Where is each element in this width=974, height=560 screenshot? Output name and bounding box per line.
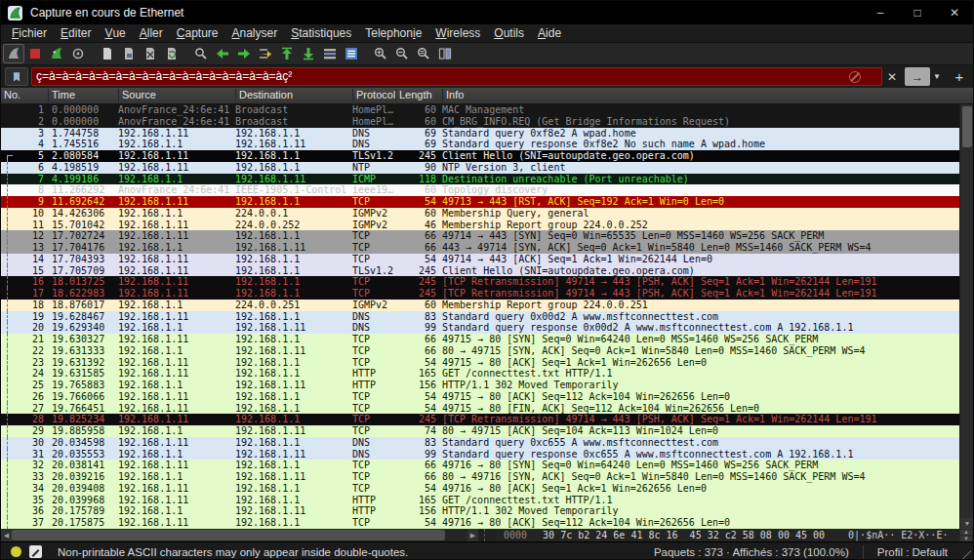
resize-grip[interactable]	[961, 550, 971, 560]
find-packet-icon[interactable]	[190, 44, 212, 63]
scroll-up-icon[interactable]: ▲	[959, 529, 973, 536]
filter-clear-button[interactable]: ✕	[882, 67, 902, 86]
menu-item-analyser[interactable]: Analyser	[225, 24, 285, 42]
packet-row[interactable]: 811.266292AnovFrance_24:6e:41IEEE-1905.1…	[1, 184, 961, 196]
packet-row[interactable]: 911.692642192.168.1.11192.168.1.1TCP5449…	[1, 196, 961, 208]
zoom-reset-icon[interactable]	[413, 44, 434, 63]
packet-row[interactable]: 1217.702724192.168.1.11192.168.1.1TCP664…	[1, 230, 961, 242]
packet-row[interactable]: 2119.630327192.168.1.11192.168.1.1TCP664…	[1, 334, 961, 345]
packet-row[interactable]: 10.000000AnovFrance_24:6e:41BroadcastHom…	[1, 104, 961, 116]
auto-scroll-icon[interactable]	[341, 44, 362, 63]
filter-dropdown-button[interactable]: ▼	[930, 67, 944, 86]
packet-row[interactable]: 2619.766066192.168.1.11192.168.1.1TCP544…	[1, 391, 961, 403]
menu-item-outils[interactable]: Outils	[487, 24, 531, 42]
profile-selector[interactable]: Profil : Default	[877, 546, 948, 558]
packet-row[interactable]: 1818.876017192.168.1.1224.0.0.251IGMPv26…	[1, 300, 961, 311]
packet-row[interactable]: 3520.039968192.168.1.11192.168.1.1HTTP16…	[1, 495, 961, 506]
column-header-destination[interactable]: Destination	[239, 89, 293, 100]
column-header-info[interactable]: Info	[446, 89, 464, 100]
filter-apply-button[interactable]: →	[905, 67, 930, 86]
filter-bookmark-button[interactable]	[5, 67, 28, 86]
go-back-icon[interactable]	[212, 44, 233, 63]
open-file-icon[interactable]	[97, 44, 118, 63]
expert-info-icon[interactable]	[11, 546, 21, 557]
close-button[interactable]: ✕	[936, 1, 973, 24]
packet-row[interactable]: 1417.704393192.168.1.11192.168.1.1TCP544…	[1, 254, 961, 265]
column-header-length[interactable]: Length	[399, 89, 432, 100]
packet-row[interactable]: 1618.013725192.168.1.11192.168.1.1TCP245…	[1, 276, 961, 288]
scroll-left-icon[interactable]: ◀	[1, 529, 12, 541]
packet-row[interactable]: 2219.631333192.168.1.1192.168.1.11TCP668…	[1, 345, 961, 357]
menu-item-wireless[interactable]: Wireless	[428, 24, 487, 42]
packet-row[interactable]: 3620.175789192.168.1.1192.168.1.11HTTP15…	[1, 505, 961, 517]
packet-row[interactable]: 1919.628467192.168.1.11192.168.1.1DNS83S…	[1, 311, 961, 323]
packet-row[interactable]: 1517.705709192.168.1.11192.168.1.1TLSv1.…	[1, 265, 961, 277]
packet-row[interactable]: 3720.175875192.168.1.11192.168.1.1TCP544…	[1, 517, 961, 529]
packet-row[interactable]: 3120.035553192.168.1.1192.168.1.11DNS99S…	[1, 449, 961, 460]
packet-row[interactable]: 1718.622983192.168.1.11192.168.1.1TCP245…	[1, 288, 961, 300]
packet-row[interactable]: 3320.039216192.168.1.1192.168.1.11TCP668…	[1, 471, 961, 483]
vertical-scrollbar-thumb[interactable]	[962, 106, 972, 147]
column-header-protocol[interactable]: Protocol	[356, 89, 395, 100]
cell-len: 60	[395, 116, 436, 128]
menu-item-capture[interactable]: Capture	[170, 24, 225, 42]
reload-file-icon[interactable]	[161, 44, 183, 63]
colorize-icon[interactable]	[319, 44, 341, 63]
packet-row[interactable]: 3220.038141192.168.1.11192.168.1.1TCP664…	[1, 460, 961, 471]
packet-row[interactable]: 2519.765883192.168.1.1192.168.1.11HTTP15…	[1, 380, 961, 391]
column-header-no[interactable]: No.	[4, 89, 20, 100]
packet-row[interactable]: 2319.631392192.168.1.11192.168.1.1TCP544…	[1, 357, 961, 369]
packet-row[interactable]: 74.199186192.168.1.1192.168.1.11ICMP118D…	[1, 174, 961, 185]
start-capture-icon[interactable]	[3, 44, 24, 63]
column-header-time[interactable]: Time	[52, 89, 75, 100]
capture-options-icon[interactable]	[67, 44, 89, 63]
packet-row[interactable]: 1115.701042192.168.1.11224.0.0.252IGMPv2…	[1, 220, 961, 231]
packet-row[interactable]: 1317.704176192.168.1.1192.168.1.11TCP664…	[1, 242, 961, 254]
go-to-packet-icon[interactable]	[255, 44, 276, 63]
horizontal-scrollbar-thumb[interactable]	[12, 530, 445, 540]
menu-item-telephonie[interactable]: Telephonie	[358, 24, 428, 42]
pane-splitter[interactable]	[484, 529, 496, 541]
go-first-icon[interactable]	[276, 44, 298, 63]
close-file-icon[interactable]	[140, 44, 161, 63]
packet-row[interactable]: 52.080584192.168.1.11192.168.1.1TLSv1.22…	[1, 150, 961, 162]
go-forward-icon[interactable]	[233, 44, 255, 63]
packet-row[interactable]: 31.744758192.168.1.11192.168.1.1DNS69Sta…	[1, 128, 961, 140]
scroll-down-icon[interactable]: ▼	[960, 518, 974, 529]
packet-row[interactable]: 41.745516192.168.1.1192.168.1.11DNS69Sta…	[1, 139, 961, 150]
menu-item-statistiques[interactable]: Statistiques	[284, 24, 358, 42]
menu-item-aide[interactable]: Aide	[531, 24, 568, 42]
filter-input[interactable]: ç=à=à=à=à=à=à=à=à=à=à=à=à=à=à=à=à=à=àç²	[31, 67, 882, 86]
packet-row[interactable]: 2419.631585192.168.1.11192.168.1.1HTTP16…	[1, 368, 961, 380]
zoom-in-icon[interactable]	[370, 44, 391, 63]
zoom-out-icon[interactable]	[391, 44, 413, 63]
title-bar[interactable]: Capture en cours de Ethernet – □ ✕	[1, 1, 973, 24]
packet-row[interactable]: 3020.034598192.168.1.11192.168.1.1DNS83S…	[1, 437, 961, 449]
horizontal-scrollbar[interactable]: ◀ ▶	[1, 529, 478, 541]
menu-item-fichier[interactable]: Fichier	[5, 24, 54, 42]
resize-columns-icon[interactable]	[434, 44, 456, 63]
packet-row[interactable]: 3420.039408192.168.1.11192.168.1.1TCP544…	[1, 483, 961, 495]
packet-row[interactable]: 20.000000AnovFrance_24:6e:41BroadcastHom…	[1, 116, 961, 128]
scroll-right-icon[interactable]: ▶	[467, 529, 478, 541]
stop-capture-icon[interactable]	[24, 44, 46, 63]
menu-item-editer[interactable]: Editer	[54, 24, 98, 42]
go-last-icon[interactable]	[298, 44, 319, 63]
menu-item-aller[interactable]: Aller	[133, 24, 170, 42]
packet-row[interactable]: 2019.629340192.168.1.1192.168.1.11DNS99S…	[1, 322, 961, 334]
column-header-source[interactable]: Source	[122, 89, 156, 100]
maximize-button[interactable]: □	[899, 1, 936, 24]
capture-comment-icon[interactable]	[29, 545, 42, 558]
filter-add-button[interactable]: +	[950, 67, 969, 86]
packet-row[interactable]: 2719.766451192.168.1.11192.168.1.1TCP544…	[1, 403, 961, 415]
restart-capture-icon[interactable]	[46, 44, 67, 63]
vertical-scrollbar[interactable]: ▼	[959, 104, 973, 529]
minimize-button[interactable]: –	[862, 1, 899, 24]
packet-row[interactable]: 1014.426306192.168.1.1224.0.0.1IGMPv260M…	[1, 208, 961, 220]
packet-row[interactable]: 2819.825234192.168.1.11192.168.1.1TCP245…	[1, 414, 961, 425]
menu-item-vue[interactable]: Vue	[98, 24, 132, 42]
bytes-pane-scrollbar[interactable]: ▲▼	[959, 529, 973, 541]
packet-row[interactable]: 64.198519192.168.1.11192.168.1.1NTP90NTP…	[1, 162, 961, 174]
packet-row[interactable]: 2919.885958192.168.1.1192.168.1.11TCP748…	[1, 425, 961, 437]
save-file-icon[interactable]	[118, 44, 140, 63]
